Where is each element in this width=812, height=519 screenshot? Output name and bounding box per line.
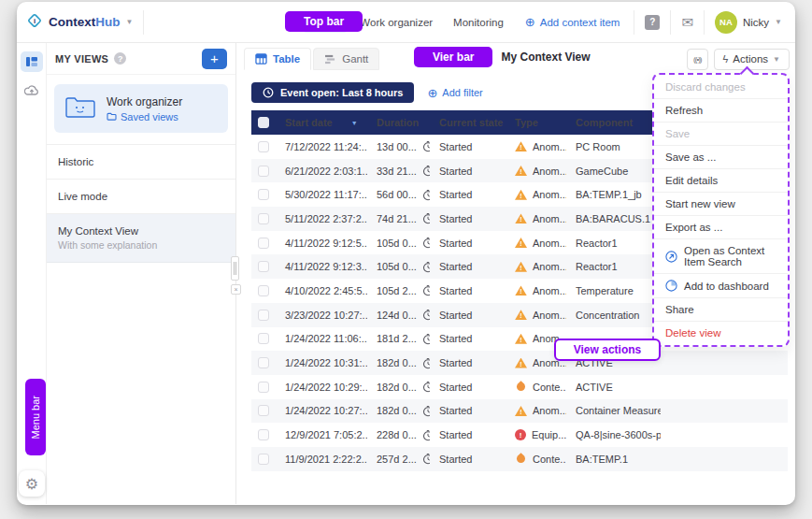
timer-icon bbox=[422, 237, 430, 249]
tab-table[interactable]: Table bbox=[244, 48, 311, 70]
table-icon bbox=[255, 53, 267, 65]
add-filter-button[interactable]: ⊕ Add filter bbox=[427, 87, 482, 99]
saved-views-link[interactable]: Saved views bbox=[107, 111, 182, 123]
live-mode-button[interactable]: ((•)) bbox=[687, 49, 707, 70]
cell-start-date: 4/10/2022 2:45:5... bbox=[276, 279, 367, 303]
contexthub-logo-icon: i bbox=[26, 12, 43, 33]
row-checkbox[interactable] bbox=[251, 279, 276, 303]
cell-extra bbox=[661, 399, 788, 424]
add-view-button[interactable]: + bbox=[202, 49, 227, 69]
warning-icon: ! bbox=[515, 262, 527, 272]
divider bbox=[634, 10, 634, 35]
cell-component: GameCube bbox=[566, 159, 661, 183]
sidebar-item-historic[interactable]: Historic bbox=[47, 144, 235, 179]
cell-start-date: 4/11/2022 9:12:3... bbox=[276, 254, 367, 279]
row-checkbox[interactable] bbox=[251, 159, 276, 183]
flame-icon bbox=[515, 453, 527, 465]
cell-start-date: 11/9/2021 2:22:2... bbox=[276, 447, 367, 471]
cell-type: !Anom... bbox=[506, 303, 566, 327]
actions-button[interactable]: ϟ Actions ▼ bbox=[714, 49, 790, 70]
open-external-icon bbox=[665, 251, 677, 263]
cell-component: Container Measure... bbox=[566, 399, 661, 424]
menu-item-export-as[interactable]: Export as ... bbox=[654, 215, 788, 238]
tab-gantt[interactable]: Gantt bbox=[313, 48, 379, 70]
menu-item-start-new-view[interactable]: Start new view bbox=[654, 192, 788, 215]
menu-item-edit-details[interactable]: Edit details bbox=[654, 168, 788, 192]
cell-current-state: Started bbox=[430, 327, 506, 352]
column-start-date[interactable]: Start date▼ bbox=[276, 110, 367, 135]
cell-current-state: Started bbox=[430, 279, 506, 303]
cloud-upload-rail-button[interactable] bbox=[21, 80, 43, 101]
cell-extra bbox=[661, 447, 788, 471]
row-checkbox[interactable] bbox=[251, 182, 276, 207]
timer-icon bbox=[422, 189, 430, 201]
mail-icon[interactable]: ✉ bbox=[681, 14, 693, 31]
cell-start-date: 6/21/2022 2:03:1... bbox=[276, 159, 367, 183]
column-type[interactable]: Type bbox=[506, 110, 566, 135]
row-checkbox[interactable] bbox=[251, 231, 276, 255]
cell-type: !Anom... bbox=[506, 254, 566, 279]
cell-start-date: 1/24/2022 10:31:... bbox=[276, 351, 367, 375]
column-current-state[interactable]: Current state bbox=[430, 110, 506, 135]
brand-chevron-down-icon[interactable]: ▼ bbox=[126, 18, 134, 26]
view-header: Table Gantt Vier bar My Context View bbox=[236, 43, 795, 73]
table-row[interactable]: 1/24/2022 10:29:...182d 0...StartedConte… bbox=[251, 375, 788, 399]
menu-item-share[interactable]: Share bbox=[654, 297, 788, 321]
table-row[interactable]: 1/24/2022 10:31:...182d 0...Started!Anom… bbox=[251, 351, 788, 375]
cell-duration: 105d 2... bbox=[367, 279, 430, 303]
user-menu[interactable]: NA Nicky ▼ bbox=[715, 11, 782, 34]
row-checkbox[interactable] bbox=[251, 327, 276, 352]
select-all-checkbox[interactable] bbox=[251, 110, 276, 135]
row-checkbox[interactable] bbox=[251, 135, 276, 159]
cell-type: Conte... bbox=[506, 375, 566, 399]
menu-item-add-to-dashboard[interactable]: Add to dashboard bbox=[654, 273, 788, 297]
warning-icon: ! bbox=[515, 285, 527, 296]
cell-type: !Anom... bbox=[506, 399, 566, 424]
row-checkbox[interactable] bbox=[251, 351, 276, 375]
cell-duration: 13d 00... bbox=[367, 135, 430, 159]
menu-item-delete-view[interactable]: Delete view bbox=[654, 321, 788, 344]
main-content: Table Gantt Vier bar My Context View bbox=[236, 43, 795, 504]
table-row[interactable]: 12/9/2021 7:05:2...228d 0...Started!Equi… bbox=[251, 423, 788, 447]
sort-desc-icon: ▼ bbox=[351, 120, 358, 126]
nav-item-work-organizer[interactable]: Work organizer bbox=[351, 12, 441, 33]
sidebar-item-live-mode[interactable]: Live mode bbox=[47, 179, 235, 213]
brand[interactable]: i ContextHub ▼ bbox=[26, 12, 133, 33]
cell-duration: 182d 0... bbox=[367, 375, 430, 399]
folder-icon bbox=[107, 112, 117, 121]
column-component[interactable]: Component bbox=[566, 110, 661, 135]
row-checkbox[interactable] bbox=[251, 399, 276, 424]
brand-name: ContextHub bbox=[49, 15, 121, 29]
timer-icon bbox=[422, 381, 430, 393]
event-open-filter-chip[interactable]: Event open: Last 8 hours bbox=[251, 82, 414, 103]
table-row[interactable]: 11/9/2021 2:22:2...257d 2...StartedConte… bbox=[251, 447, 788, 471]
settings-button[interactable]: ⚙ bbox=[19, 470, 45, 497]
help-icon[interactable]: ? bbox=[645, 15, 660, 30]
menu-item-open-as-context-item-search[interactable]: Open as Context Item Search bbox=[654, 238, 788, 273]
row-checkbox[interactable] bbox=[251, 207, 276, 231]
row-checkbox[interactable] bbox=[251, 303, 276, 327]
views-rail-button[interactable] bbox=[21, 51, 43, 72]
views-icon bbox=[25, 55, 38, 68]
table-row[interactable]: 1/24/2022 10:27:...182d 0...Started!Anom… bbox=[251, 399, 788, 424]
menu-item-refresh[interactable]: Refresh bbox=[654, 98, 788, 122]
cell-component: QA-8|sine-3600s-p... bbox=[566, 423, 661, 447]
splitter-drag-handle[interactable] bbox=[231, 256, 239, 281]
cell-duration: 74d 21... bbox=[367, 207, 430, 231]
row-checkbox[interactable] bbox=[251, 447, 276, 471]
row-checkbox[interactable] bbox=[251, 254, 276, 279]
help-circle-icon[interactable]: ? bbox=[114, 52, 126, 65]
row-checkbox[interactable] bbox=[251, 423, 276, 447]
cell-current-state: Started bbox=[430, 423, 506, 447]
splitter-collapse-button[interactable]: × bbox=[231, 284, 241, 295]
sidebar-item-my-context-view[interactable]: My Context ViewWith some explanation bbox=[47, 213, 235, 263]
row-checkbox[interactable] bbox=[251, 375, 276, 399]
column-duration[interactable]: Duration bbox=[367, 110, 430, 135]
cell-duration: 257d 2... bbox=[367, 447, 430, 471]
cell-extra bbox=[661, 423, 788, 447]
add-context-item-button[interactable]: ⊕ Add context item bbox=[525, 16, 620, 28]
work-organizer-card[interactable]: Work organizer Saved views bbox=[54, 84, 228, 133]
panel-splitter[interactable]: × bbox=[231, 256, 242, 295]
menu-item-save-as[interactable]: Save as ... bbox=[654, 145, 788, 168]
nav-item-monitoring[interactable]: Monitoring bbox=[445, 12, 512, 33]
